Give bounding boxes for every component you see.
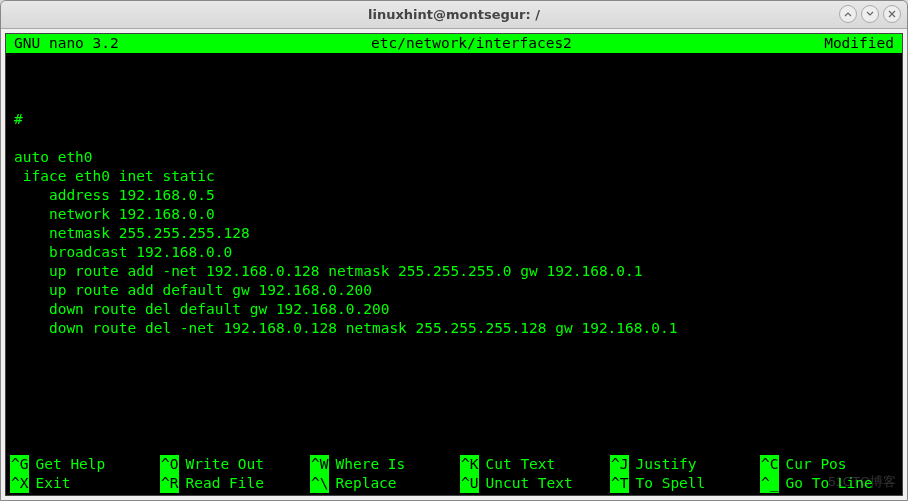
terminal-window: linuxhint@montsegur: / GNU nano 3.2 etc/… — [0, 0, 908, 501]
terminal-area[interactable]: GNU nano 3.2 etc/network/interfaces2 Mod… — [5, 33, 903, 496]
shortcut-key: ^T — [610, 474, 629, 493]
shortcut-key: ^G — [10, 455, 29, 474]
shortcut[interactable]: ^TTo Spell — [610, 474, 760, 493]
window-title: linuxhint@montsegur: / — [368, 7, 540, 22]
shortcut[interactable]: ^WWhere Is — [310, 455, 460, 474]
shortcut[interactable]: ^JJustify — [610, 455, 760, 474]
shortcut-key: ^K — [460, 455, 479, 474]
shortcut-label: To Spell — [635, 474, 705, 493]
maximize-button[interactable] — [861, 5, 879, 23]
shortcut-key: ^_ — [760, 474, 779, 493]
shortcut-label: Cut Text — [485, 455, 555, 474]
editor-line: down route del default gw 192.168.0.200 — [14, 300, 894, 319]
editor-line: address 192.168.0.5 — [14, 186, 894, 205]
shortcut-key: ^O — [160, 455, 179, 474]
nano-header: GNU nano 3.2 etc/network/interfaces2 Mod… — [6, 34, 902, 53]
shortcut[interactable]: ^OWrite Out — [160, 455, 310, 474]
shortcut-label: Get Help — [35, 455, 105, 474]
shortcut-key: ^X — [10, 474, 29, 493]
window-titlebar: linuxhint@montsegur: / — [1, 1, 907, 29]
footer-row-2: ^XExit^RRead File^\Replace^UUncut Text^T… — [6, 474, 902, 493]
shortcut-key: ^W — [310, 455, 329, 474]
editor-line: network 192.168.0.0 — [14, 205, 894, 224]
editor-line: broadcast 192.168.0.0 — [14, 243, 894, 262]
nano-filename: etc/network/interfaces2 — [119, 34, 824, 53]
editor-body[interactable]: # auto eth0 iface eth0 inet static addre… — [6, 53, 902, 455]
shortcut-label: Uncut Text — [485, 474, 572, 493]
shortcut[interactable]: ^RRead File — [160, 474, 310, 493]
shortcut-label: Replace — [335, 474, 396, 493]
editor-line — [14, 53, 894, 72]
shortcut-label: Where Is — [335, 455, 405, 474]
footer-row-1: ^GGet Help^OWrite Out^WWhere Is^KCut Tex… — [6, 455, 902, 474]
editor-line: auto eth0 — [14, 148, 894, 167]
shortcut[interactable]: ^XExit — [10, 474, 160, 493]
shortcut-key: ^\ — [310, 474, 329, 493]
editor-line: # — [14, 110, 894, 129]
nano-status: Modified — [824, 34, 894, 53]
shortcut[interactable]: ^\Replace — [310, 474, 460, 493]
editor-line — [14, 376, 894, 395]
shortcut[interactable]: ^KCut Text — [460, 455, 610, 474]
shortcut[interactable]: ^_Go To Line — [760, 474, 873, 493]
editor-line — [14, 129, 894, 148]
nano-version: GNU nano 3.2 — [14, 34, 119, 53]
editor-line: down route del -net 192.168.0.128 netmas… — [14, 319, 894, 338]
shortcut-label: Read File — [185, 474, 264, 493]
shortcut-label: Go To Line — [785, 474, 872, 493]
shortcut-key: ^J — [610, 455, 629, 474]
close-button[interactable] — [883, 5, 901, 23]
nano-footer: ^GGet Help^OWrite Out^WWhere Is^KCut Tex… — [6, 455, 902, 495]
shortcut-key: ^U — [460, 474, 479, 493]
editor-line: iface eth0 inet static — [14, 167, 894, 186]
shortcut[interactable]: ^CCur Pos — [760, 455, 847, 474]
editor-line — [14, 72, 894, 91]
shortcut-label: Write Out — [185, 455, 264, 474]
editor-line — [14, 357, 894, 376]
editor-line: netmask 255.255.255.128 — [14, 224, 894, 243]
shortcut-label: Exit — [35, 474, 70, 493]
shortcut-label: Cur Pos — [785, 455, 846, 474]
editor-line — [14, 338, 894, 357]
editor-line: up route add default gw 192.168.0.200 — [14, 281, 894, 300]
minimize-button[interactable] — [839, 5, 857, 23]
shortcut-key: ^C — [760, 455, 779, 474]
editor-line: up route add -net 192.168.0.128 netmask … — [14, 262, 894, 281]
shortcut-label: Justify — [635, 455, 696, 474]
shortcut-key: ^R — [160, 474, 179, 493]
shortcut[interactable]: ^GGet Help — [10, 455, 160, 474]
window-controls — [839, 5, 901, 23]
shortcut[interactable]: ^UUncut Text — [460, 474, 610, 493]
editor-line — [14, 91, 894, 110]
